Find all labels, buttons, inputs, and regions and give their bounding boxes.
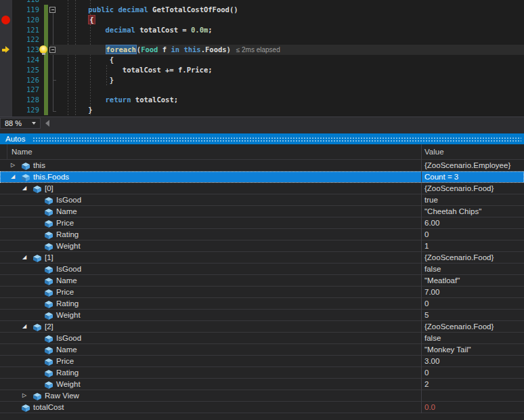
tree-row-price[interactable]: Price3.00 <box>0 356 524 367</box>
row-value[interactable]: {ZooScenario.Food} <box>424 321 494 332</box>
code-text: totalCost += f.Price; <box>58 65 213 75</box>
code-line-127[interactable]: 127 <box>0 85 524 95</box>
tree-row-0[interactable]: ◢[0]{ZooScenario.Food} <box>0 183 524 194</box>
tree-row-name[interactable]: Name"Cheetah Chips" <box>0 206 524 217</box>
row-value[interactable]: 3.00 <box>424 356 439 366</box>
collapse-region-icon[interactable] <box>49 47 56 53</box>
code-line-120[interactable]: 120 { <box>0 15 524 25</box>
row-value[interactable]: false <box>424 333 441 343</box>
tree-row-isgood[interactable]: IsGoodtrue <box>0 194 524 206</box>
code-line-128[interactable]: 128 return totalCost; <box>0 95 524 105</box>
tree-row-isgood[interactable]: IsGoodfalse <box>0 333 524 344</box>
tree-row-name[interactable]: Name"Meatloaf" <box>0 275 524 287</box>
tree-row-name[interactable]: Name"Monkey Tail" <box>0 344 524 356</box>
collapse-arrow-icon[interactable]: ◢ <box>11 171 18 182</box>
row-value[interactable]: 1 <box>424 240 429 251</box>
grid-column-divider[interactable] <box>421 144 422 413</box>
row-value[interactable]: 0 <box>424 298 429 309</box>
tree-row-thisfoods[interactable]: ◢this.FoodsCount = 3 <box>0 171 524 183</box>
breakpoint-icon[interactable] <box>1 16 10 24</box>
tree-row-weight[interactable]: Weight2 <box>0 379 524 390</box>
row-name: Weight <box>56 310 81 320</box>
tree-row-price[interactable]: Price6.00 <box>0 217 524 229</box>
row-value[interactable]: "Meatloaf" <box>424 275 460 286</box>
row-name: Rating <box>56 298 79 309</box>
code-line-126[interactable]: 126 } <box>0 75 524 85</box>
tree-row-weight[interactable]: Weight1 <box>0 240 524 252</box>
row-name: [1] <box>45 252 53 263</box>
code-line-121[interactable]: 121 decimal totalCost = 0.0m; <box>0 25 524 35</box>
column-header-value[interactable]: Value <box>424 144 444 159</box>
lightbulb-icon[interactable] <box>39 45 47 54</box>
code-line-129[interactable]: 129 } <box>0 105 524 115</box>
row-name: Name <box>56 206 77 217</box>
row-value[interactable]: "Cheetah Chips" <box>424 206 481 217</box>
row-value[interactable]: Count = 3 <box>424 171 458 182</box>
tree-row-rating[interactable]: Rating0 <box>0 367 524 379</box>
row-value[interactable]: 2 <box>424 379 429 390</box>
tree-row-1[interactable]: ◢[1]{ZooScenario.Food} <box>0 252 524 264</box>
code-line-125[interactable]: 125 totalCost += f.Price; <box>0 65 524 75</box>
line-number: 128 <box>12 95 39 105</box>
collapse-arrow-icon[interactable]: ◢ <box>22 321 29 332</box>
field-icon <box>22 404 30 415</box>
row-value[interactable]: 0.0 <box>424 402 435 413</box>
row-name: Price <box>56 287 74 297</box>
tree-row-this[interactable]: ▷this{ZooScenario.Employee} <box>0 160 524 171</box>
tree-row-2[interactable]: ◢[2]{ZooScenario.Food} <box>0 321 524 333</box>
row-value[interactable]: 0 <box>424 229 429 240</box>
zoom-level-combo[interactable]: 88 % <box>0 118 41 129</box>
autos-title-bar[interactable]: Autos <box>0 133 524 144</box>
scroll-left-icon[interactable] <box>45 120 49 127</box>
row-value[interactable]: {ZooScenario.Employee} <box>424 160 510 171</box>
row-value[interactable]: "Monkey Tail" <box>424 344 471 355</box>
tree-row-rawview[interactable]: ▷Raw View <box>0 390 524 402</box>
collapse-region-icon[interactable] <box>49 7 56 13</box>
row-name: this.Foods <box>33 171 69 182</box>
expand-arrow-icon[interactable]: ▷ <box>11 160 18 171</box>
row-value[interactable]: 6.00 <box>424 217 439 228</box>
row-value[interactable]: {ZooScenario.Food} <box>424 252 494 263</box>
row-name: Price <box>56 356 74 366</box>
row-value[interactable]: 7.00 <box>424 287 439 297</box>
row-name: Raw View <box>45 390 79 401</box>
tree-row-rating[interactable]: Rating0 <box>0 298 524 310</box>
code-text: } <box>58 105 93 115</box>
column-header-name[interactable]: Name <box>12 144 32 159</box>
collapse-arrow-icon[interactable]: ◢ <box>22 252 29 263</box>
expand-arrow-icon[interactable]: ▷ <box>22 390 29 401</box>
tree-row-weight[interactable]: Weight5 <box>0 310 524 321</box>
row-name: totalCost <box>33 402 64 413</box>
line-number: 120 <box>12 15 39 25</box>
collapse-arrow-icon[interactable]: ◢ <box>22 183 29 194</box>
row-name: Rating <box>56 229 79 240</box>
line-number: 119 <box>12 5 39 15</box>
row-value[interactable]: 5 <box>424 310 429 320</box>
row-name: Weight <box>56 379 81 390</box>
row-value[interactable]: {ZooScenario.Food} <box>424 183 494 194</box>
code-editor: 118119 public decimal GetTotalCostOfFood… <box>0 0 524 117</box>
code-line-119[interactable]: 119 public decimal GetTotalCostOfFood() <box>0 5 524 15</box>
line-number: 125 <box>12 65 39 75</box>
code-line-123[interactable]: 123 foreach(Food f in this.Foods) ≤ 2ms … <box>0 45 524 55</box>
autos-grid: ▷this{ZooScenario.Employee}◢this.FoodsCo… <box>0 160 524 420</box>
tree-row-rating[interactable]: Rating0 <box>0 229 524 240</box>
line-number: 127 <box>12 85 39 95</box>
line-number: 121 <box>12 25 39 35</box>
code-text: return totalCost; <box>58 95 178 105</box>
editor-hscrollbar[interactable]: 88 % <box>0 117 524 129</box>
code-line-122[interactable]: 122 <box>0 35 524 45</box>
row-value[interactable]: false <box>424 264 441 274</box>
panel-splitter[interactable] <box>0 129 524 133</box>
row-name: IsGood <box>56 264 81 274</box>
row-name: this <box>33 160 45 171</box>
row-value[interactable]: true <box>424 194 438 205</box>
line-number: 118 <box>12 0 39 5</box>
row-value[interactable]: 0 <box>424 367 429 378</box>
tree-row-price[interactable]: Price7.00 <box>0 287 524 298</box>
code-line-118[interactable]: 118 <box>0 0 524 5</box>
row-name: [0] <box>45 183 53 194</box>
code-line-124[interactable]: 124 { <box>0 55 524 65</box>
tree-row-isgood[interactable]: IsGoodfalse <box>0 264 524 275</box>
tree-row-totalcost[interactable]: totalCost0.0 <box>0 402 524 413</box>
